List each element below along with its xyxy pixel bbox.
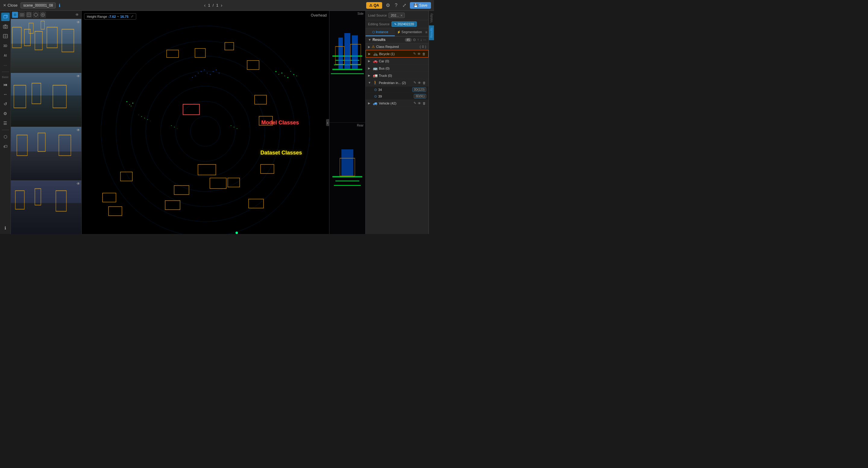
results-sort-down-icon[interactable]: ↓ (420, 38, 422, 42)
viewport-3d[interactable]: Height Range -7.62 ~ 16.75 ⤢ Overhead Mo… (82, 11, 329, 234)
editing-source-badge[interactable]: ✎ 202402220 (392, 22, 417, 27)
filter-button[interactable]: ≡ (424, 28, 429, 36)
vehicle-edit-btn[interactable]: ✎ (413, 101, 416, 105)
camera-panel-1[interactable]: 👁 (11, 19, 82, 73)
bicycle-class-icon: 🚲 (373, 52, 378, 56)
truck-expand-icon[interactable]: ▶ (368, 74, 372, 77)
class-required-count-val: 0 (422, 45, 424, 48)
class-row-vehicle[interactable]: ▶ 🚙 Vehicle (42) ✎ 👁 🗑 (366, 100, 429, 107)
warning-icon: ⚠ (372, 44, 375, 49)
svg-rect-33 (11, 73, 82, 96)
prev-page-button[interactable]: ‹ (204, 3, 206, 8)
save-button[interactable]: 💾 Save (410, 2, 431, 9)
expand-results-icon[interactable]: ▼ (368, 38, 371, 41)
class-list: ▶ 🚲 Bicycle (1) ✎ 👁 🗑 ▶ 🚗 Car (0) (366, 50, 429, 234)
tool-rect[interactable] (12, 12, 18, 18)
results-sort-up-icon[interactable]: ↑ (417, 38, 419, 42)
svg-rect-76 (201, 71, 202, 72)
sidebar-icon-3d[interactable]: 3D (1, 41, 10, 50)
rear-viewport[interactable]: Rear (330, 123, 365, 234)
qa-button[interactable]: ⚠ QA (366, 2, 382, 9)
bus-expand-icon[interactable]: ▶ (368, 67, 372, 70)
svg-rect-125 (341, 149, 353, 176)
segmentation-tab-label: Segmentation (401, 30, 422, 34)
qa-label: QA (374, 3, 379, 7)
tool-poly[interactable] (33, 12, 39, 18)
sidebar-icon-skip-back[interactable]: ⏮ (1, 80, 10, 89)
tab-segmentation[interactable]: ⚡ Segmentation (395, 28, 424, 36)
validity-tab[interactable]: Validity (430, 11, 433, 25)
load-source-badge[interactable]: 202... ✕ (389, 13, 405, 18)
help-button[interactable]: ? (394, 1, 399, 9)
sidebar-icon-refresh[interactable]: ↺ (1, 100, 10, 108)
class-required-row: ▶ ⚠ Class Required ( 0 ) (366, 43, 429, 50)
overhead-label: Overhead (311, 13, 327, 18)
camera-1-eye-icon[interactable]: 👁 (76, 20, 80, 24)
class-required-expand[interactable]: ▶ (368, 45, 370, 48)
results-filter-icon[interactable]: ⊙ (413, 38, 416, 42)
pedestrian-edit-btn[interactable]: ✎ (413, 80, 416, 85)
sidebar-icon-ai[interactable]: AI (1, 51, 10, 60)
sidebar-icon-front-view[interactable] (1, 32, 10, 40)
vehicle-delete-btn[interactable]: 🗑 (422, 101, 426, 105)
fullscreen-button[interactable]: ⤢ (401, 1, 407, 9)
sidebar-icon-nav[interactable]: ↔ (1, 90, 10, 98)
vehicle-expand-icon[interactable]: ▶ (368, 101, 372, 105)
svg-rect-66 (132, 103, 133, 104)
camera-panel-4[interactable]: 👁 (11, 180, 82, 234)
svg-rect-11 (13, 13, 17, 16)
dataset-classes-label: Dataset Classes (260, 150, 302, 156)
class-row-bicycle[interactable]: ▶ 🚲 Bicycle (1) ✎ 👁 🗑 (366, 50, 429, 58)
tab-instance[interactable]: ⬡ Instance (366, 28, 395, 36)
car-expand-icon[interactable]: ▶ (368, 59, 372, 63)
expand-range-icon[interactable]: ⤢ (131, 14, 133, 19)
camera-eye-icon[interactable]: 👁 (74, 12, 80, 18)
sidebar-icon-help-bottom[interactable]: ℹ (1, 224, 10, 232)
sub-item-39[interactable]: ⊙ 39 3D(91) (366, 93, 429, 100)
bicycle-delete-btn[interactable]: 🗑 (422, 52, 426, 56)
tool-manual[interactable] (40, 12, 46, 18)
sidebar-icon-filter[interactable]: ⚙ (1, 109, 10, 118)
sidebar-icon-polygon[interactable]: ⬡ (1, 133, 10, 141)
next-page-button[interactable]: › (221, 3, 222, 8)
camera-4-eye-icon[interactable]: 👁 (76, 181, 80, 186)
close-button[interactable]: ✕ Close (3, 3, 18, 7)
tool-camera[interactable] (19, 12, 25, 18)
sidebar-icon-layers[interactable]: ☰ (1, 119, 10, 127)
pedestrian-delete-btn[interactable]: 🗑 (422, 80, 426, 85)
save-icon: 💾 (413, 3, 418, 7)
results-more-icon[interactable]: ··· (423, 38, 426, 42)
svg-rect-116 (344, 33, 350, 69)
collapse-panels-button[interactable]: ‹ (326, 119, 329, 126)
info-icon[interactable]: ℹ (59, 3, 60, 8)
tool-front[interactable] (26, 12, 32, 18)
camera-2-eye-icon[interactable]: 👁 (76, 74, 80, 78)
camera-panel-3[interactable]: 👁 (11, 127, 82, 181)
class-row-truck[interactable]: ▶ 🚛 Truck (0) (366, 72, 429, 79)
results-side-tab[interactable]: Results (429, 25, 434, 40)
svg-rect-115 (331, 73, 364, 74)
bicycle-edit-btn[interactable]: ✎ (413, 52, 416, 56)
svg-rect-67 (131, 106, 131, 106)
sidebar-icon-more1[interactable]: ··· (1, 61, 10, 69)
class-row-bus[interactable]: ▶ 🚌 Bus (0) (366, 65, 429, 72)
sub-item-34[interactable]: ⊙ 34 3D(123) (366, 87, 429, 93)
side-viewport[interactable]: Side (330, 11, 365, 123)
bicycle-eye-btn[interactable]: 👁 (417, 52, 421, 56)
sidebar-icon-3d-box[interactable] (1, 13, 10, 21)
settings-button[interactable]: ⚙ (384, 1, 391, 9)
camera-panel-2[interactable]: 👁 (11, 73, 82, 127)
pedestrian-expand-icon[interactable]: ▼ (368, 81, 372, 84)
class-row-car[interactable]: ▶ 🚗 Car (0) (366, 58, 429, 65)
sub-item-39-id: 39 (378, 95, 412, 98)
sidebar-icon-camera[interactable] (1, 22, 10, 31)
page-total: 1 (216, 3, 218, 7)
class-row-pedestrian[interactable]: ▼ 🚶 Pedestrian in... (2) ✎ 👁 🗑 (366, 79, 429, 87)
pedestrian-eye-btn[interactable]: 👁 (417, 80, 421, 85)
load-source-close-icon[interactable]: ✕ (400, 14, 403, 17)
vehicle-eye-btn[interactable]: 👁 (417, 101, 421, 105)
editing-source-value: 202402220 (398, 22, 414, 26)
bicycle-expand-icon[interactable]: ▶ (368, 52, 372, 56)
camera-3-eye-icon[interactable]: 👁 (76, 128, 80, 132)
sidebar-icon-tag[interactable]: 🏷 (1, 142, 10, 151)
